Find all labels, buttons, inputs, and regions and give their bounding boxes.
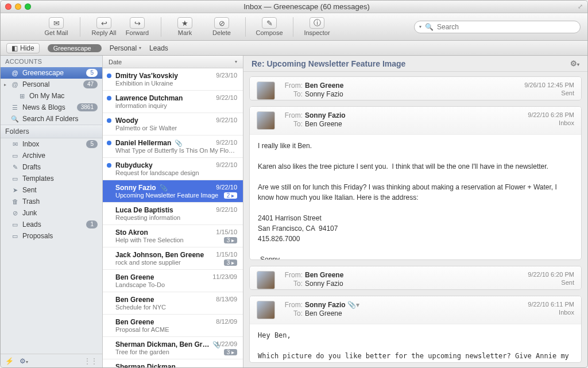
header-meta: From:Ben GreeneTo:Sonny Fazio <box>281 82 519 100</box>
search-input[interactable] <box>437 23 575 31</box>
message-row[interactable]: Lawrence Dutchmaninformation inquiry9/22… <box>103 91 243 113</box>
sidebar-folder-item[interactable]: ⊘Junk <box>1 207 102 219</box>
sidebar-footer: ⚡ ⚙▾ ⋮⋮ <box>1 354 102 367</box>
message-row[interactable]: Ben GreeneSchedule for NYC8/13/09 <box>103 292 243 315</box>
hide-sidebar-button[interactable]: ◧Hide <box>6 43 40 53</box>
gear-icon[interactable]: ⚙▾ <box>20 357 28 365</box>
to-value: Sonny Fazio <box>305 90 343 98</box>
message-row[interactable]: Luca De BaptistisRequesting information9… <box>103 203 243 225</box>
message-date: 9/22/10 6:11 PM <box>528 301 574 308</box>
thread-count-badge: 2 ▸ <box>224 192 237 199</box>
message-row[interactable]: Sonny Fazio 📎Upcoming Newsletter Feature… <box>103 180 243 203</box>
sidebar-account-item[interactable]: 🔍Search All Folders <box>1 113 102 125</box>
message-list-header[interactable]: Date ▾ <box>103 56 243 68</box>
disclosure-triangle-icon[interactable]: ▸ <box>4 82 6 87</box>
avatar <box>257 111 275 130</box>
sidebar-folder-item[interactable]: 🗑Trash <box>1 196 102 207</box>
chevron-down-icon: ▾ <box>235 59 237 64</box>
sidebar-folder-item[interactable]: ▭Templates <box>1 173 102 184</box>
sidebar-account-item[interactable]: ▸@Personal47 <box>1 79 102 90</box>
compose-button[interactable]: ✎Compose <box>254 17 285 36</box>
message-date: 8/13/09 <box>216 296 237 303</box>
activity-icon[interactable]: ⚡ <box>5 357 14 365</box>
sidebar-item-label: Inbox <box>22 140 83 148</box>
mark-button[interactable]: ★Mark <box>169 17 200 36</box>
minimize-window-button[interactable] <box>15 3 21 10</box>
sidebar-account-item[interactable]: ⊞On My Mac <box>1 90 102 102</box>
favorite-personal[interactable]: Personal▾ <box>110 44 141 52</box>
favorite-leads[interactable]: Leads <box>149 44 168 52</box>
sidebar-folder-item[interactable]: ✉Inbox5 <box>1 138 102 150</box>
message-date: 1/22/09 <box>216 340 237 347</box>
sidebar: ACCOUNTS @Greenescape5▸@Personal47⊞On My… <box>1 56 103 367</box>
search-field[interactable]: ▾ 🔍 <box>414 21 581 33</box>
message-row[interactable]: Ben GreeneLandscape To-Do11/23/09 <box>103 270 243 292</box>
message-subject: Request for landscape design <box>115 169 237 176</box>
header-right: 9/22/10 6:20 PMSent <box>528 271 574 289</box>
search-scope-dropdown-icon[interactable]: ▾ <box>419 24 421 29</box>
message-row[interactable]: Jack Johnson, Ben Greenerock and stone s… <box>103 247 243 270</box>
sidebar-folder-item[interactable]: ➤Sent <box>1 184 102 196</box>
sidebar-account-item[interactable]: @Greenescape5 <box>1 67 102 79</box>
message-subject: Tree for the garden <box>115 348 237 355</box>
message-row[interactable]: Sto AkronHelp with Tree Selection1/15/10… <box>103 225 243 247</box>
chevron-down-icon: ▾ <box>139 45 141 51</box>
message-row[interactable]: WoodyPalmetto or Sir Walter9/22/10 <box>103 113 243 135</box>
to-label: To: <box>281 90 303 98</box>
sidebar-account-item[interactable]: ☰News & Blogs3861 <box>1 102 102 113</box>
inspector-button[interactable]: ⓘInspector <box>301 17 332 36</box>
fullscreen-icon[interactable]: ⤢ <box>578 3 583 10</box>
info-icon: ⓘ <box>314 18 321 28</box>
count-badge: 47 <box>83 80 98 88</box>
from-label: From: <box>281 82 303 90</box>
attachment-icon: 📎 <box>158 184 168 191</box>
reply-all-button[interactable]: ↩Reply All <box>88 17 119 36</box>
divider <box>161 17 161 37</box>
message-subject: Upcoming Newsletter Feature Image <box>115 192 237 199</box>
message-row[interactable]: Daniel Hellerman 📎What Type of Butterfly… <box>103 135 243 158</box>
delete-button[interactable]: ⊘Delete <box>206 17 237 36</box>
sidebar-folder-item[interactable]: ✎Drafts <box>1 161 102 173</box>
message-date: 8/12/09 <box>216 318 237 325</box>
sidebar-folder-item[interactable]: ▭Archive <box>1 150 102 161</box>
message-row[interactable]: Sherman Dickman, Ben Gr… 📎Tree for the g… <box>103 337 243 359</box>
sidebar-item-label: Leads <box>22 220 83 228</box>
message-card-header[interactable]: From:Sonny FazioTo:Ben Greene9/22/10 6:2… <box>250 107 581 135</box>
count-badge: 1 <box>86 220 98 228</box>
thread-actions-gear-icon[interactable]: ⚙▾ <box>570 59 579 68</box>
message-date: 9/22/10 <box>216 206 237 213</box>
count-badge: 5 <box>86 140 98 148</box>
header-meta: From:Sonny FazioTo:Ben Greene <box>281 111 522 130</box>
window-controls <box>5 3 31 10</box>
message-subject: Proposal for ACME <box>115 326 237 333</box>
resize-handle-icon[interactable]: ⋮⋮ <box>84 357 98 365</box>
pencil-icon: ✎ <box>266 19 273 28</box>
message-row[interactable]: Sherman Dickman <box>103 359 243 367</box>
favorite-greenescape[interactable]: Greenescape▾ <box>48 44 102 52</box>
sidebar-folder-item[interactable]: ▭Leads1 <box>1 219 102 230</box>
message-subject: Palmetto or Sir Walter <box>115 125 237 131</box>
message-folder: Inbox <box>528 309 574 316</box>
zoom-window-button[interactable] <box>25 3 31 10</box>
message-subject: Help with Tree Selection <box>115 237 237 243</box>
folder-icon: ✉ <box>11 141 19 148</box>
sidebar-item-label: Personal <box>22 80 80 88</box>
no-entry-icon: ⊘ <box>219 19 225 28</box>
message-row[interactable]: Ben GreeneProposal for ACME8/12/09 <box>103 315 243 337</box>
favorites-bar: ◧Hide Greenescape▾ Personal▾ Leads <box>1 41 587 56</box>
message-card-header[interactable]: From:Sonny Fazio 📎▾To:Ben Greene9/22/10 … <box>250 296 581 324</box>
forward-button[interactable]: ↪Forward <box>122 17 153 36</box>
close-window-button[interactable] <box>5 3 11 10</box>
get-mail-button[interactable]: ✉Get Mail <box>41 17 72 36</box>
unread-dot-icon <box>107 96 111 100</box>
message-date: 9/23/10 <box>216 72 237 79</box>
message-card-header[interactable]: From:Ben GreeneTo:Sonny Fazio9/22/10 6:2… <box>250 266 581 290</box>
message-row[interactable]: Dmitry Vas'kovskiyExhibition in Ukraine9… <box>103 68 243 91</box>
reading-scroll[interactable]: From:Ben GreeneTo:Sonny Fazio9/26/10 12:… <box>243 72 587 367</box>
message-row[interactable]: RubyduckyRequest for landscape design9/2… <box>103 158 243 180</box>
message-list-scroll[interactable]: Dmitry Vas'kovskiyExhibition in Ukraine9… <box>103 68 243 367</box>
sidebar-folder-item[interactable]: ▭Proposals <box>1 230 102 242</box>
folder-icon: ▭ <box>11 221 19 228</box>
to-value: Ben Greene <box>305 309 342 317</box>
message-card-header[interactable]: From:Ben GreeneTo:Sonny Fazio9/26/10 12:… <box>250 77 581 100</box>
